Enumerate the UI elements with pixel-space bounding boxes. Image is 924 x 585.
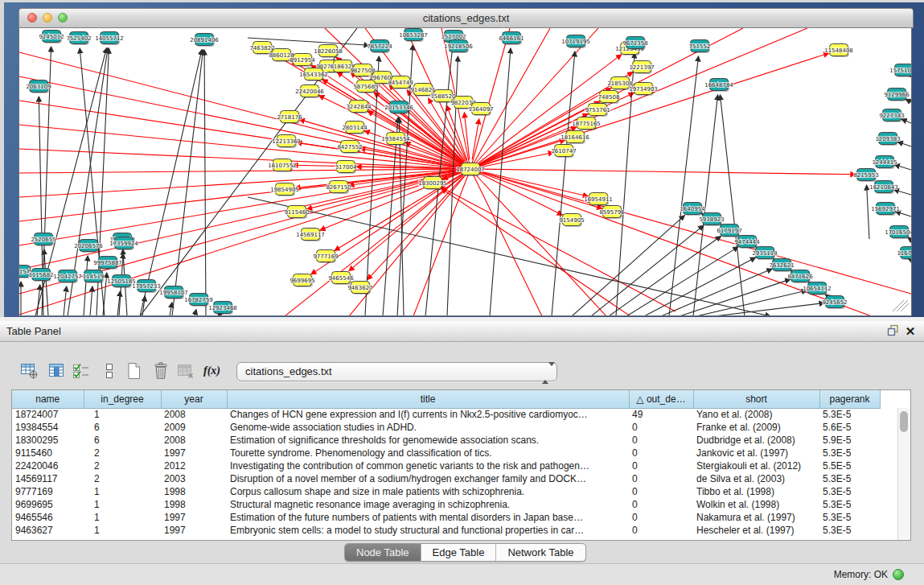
graph-node[interactable]: 8215953 [853, 169, 878, 183]
graph-node[interactable]: 9699695 [290, 274, 314, 288]
graph-node[interactable]: 9465546 [328, 272, 354, 286]
graph-node[interactable]: 20891406 [190, 34, 219, 47]
graph-node[interactable]: 2803144 [342, 122, 368, 135]
column-header-2[interactable]: year [161, 390, 227, 408]
graph-node[interactable]: 8267150 [326, 181, 351, 195]
graph-node[interactable]: 114519 [83, 270, 105, 284]
table-row[interactable]: 2242004622012Investigating the contribut… [12, 459, 880, 472]
graph-node[interactable]: 1167533 [897, 247, 911, 261]
graph-node[interactable]: 15751074 [889, 64, 911, 78]
close-panel-icon[interactable]: ✕ [903, 324, 918, 338]
table-scrollbar[interactable] [897, 408, 910, 540]
graph-node[interactable]: 11548408 [824, 44, 853, 58]
resize-grip-icon[interactable] [893, 300, 909, 311]
graph-node[interactable]: 9474444 [734, 236, 760, 249]
graph-node[interactable]: 6179197 [717, 225, 741, 238]
graph-node[interactable]: 1640954 [680, 203, 705, 216]
graph-node[interactable]: 1209383 [875, 133, 900, 146]
network-window-titlebar[interactable]: citations_edges.txt [18, 8, 914, 28]
column-header-4[interactable]: △ out_de… [629, 390, 693, 408]
graph-node[interactable]: 99975887 [93, 257, 122, 270]
graph-node[interactable]: 8471626 [787, 270, 813, 284]
graph-node[interactable]: 2063109 [26, 80, 51, 94]
graph-node[interactable]: 748508 [598, 91, 620, 105]
memory-status-icon[interactable] [893, 569, 904, 580]
column-visibility-button[interactable] [47, 361, 67, 381]
graph-node[interactable]: 9463627 [347, 282, 372, 295]
graph-node[interactable]: 5938923 [699, 213, 724, 227]
graph-node[interactable]: 9753761 [585, 104, 610, 117]
graph-node[interactable]: 1115682 [28, 269, 53, 282]
graph-node[interactable]: 9227343 [879, 109, 904, 123]
graph-node[interactable]: 5875685 [353, 80, 378, 94]
graph-node[interactable]: 2520655 [31, 233, 55, 247]
graph-node[interactable]: 15692971 [871, 203, 900, 216]
graph-node[interactable]: 10653287 [399, 29, 428, 43]
table-row[interactable]: 911546021997Tourette syndrome. Phenomeno… [12, 447, 880, 459]
graph-node[interactable]: 751552 [689, 40, 711, 54]
citation-network-graph[interactable]: 1872400718300295193845547463822886012889… [19, 28, 911, 315]
import-table-button[interactable] [125, 361, 144, 381]
graph-node[interactable]: 10654112 [803, 282, 832, 296]
graph-node[interactable]: 6466161 [499, 32, 524, 46]
table-row[interactable]: 977716911998Corpus callosum shape and si… [12, 485, 880, 498]
select-all-button[interactable] [72, 361, 91, 381]
graph-node[interactable]: 8427552 [337, 141, 362, 154]
graph-node[interactable]: 16954911 [584, 193, 613, 207]
graph-node[interactable]: 12042757 [53, 270, 82, 284]
network-canvas[interactable]: 1872400718300295193845547463822886012889… [18, 28, 912, 316]
graph-node[interactable]: 2935114 [752, 247, 778, 261]
table-scrollbar-thumb[interactable] [900, 411, 908, 432]
table-row[interactable]: 1456911722003Disruption of a novel membe… [12, 472, 880, 485]
tab-network-table[interactable]: Network Table [496, 544, 585, 561]
graph-node[interactable]: 3242844 [346, 101, 372, 114]
graph-node[interactable]: 18226058 [314, 45, 343, 59]
float-window-icon[interactable] [885, 324, 900, 338]
graph-node[interactable]: 17016504 [885, 226, 911, 240]
graph-node[interactable]: 9115460 [284, 206, 309, 220]
column-header-3[interactable]: title [227, 390, 629, 408]
graph-node[interactable]: 9245012 [39, 31, 64, 44]
tab-edge-table[interactable]: Edge Table [421, 544, 497, 561]
graph-node[interactable]: 2718176 [277, 111, 302, 125]
column-header-6[interactable]: pagerank [819, 390, 880, 408]
graph-node[interactable]: 9129966 [884, 89, 910, 102]
graph-node[interactable]: 18164616 [561, 131, 589, 145]
table-row[interactable]: 1872400712008Changes of HCN gene express… [12, 408, 880, 421]
column-header-0[interactable]: name [12, 390, 84, 408]
function-builder-button[interactable]: f(x) [203, 361, 223, 381]
graph-node[interactable]: 16648784 [704, 79, 733, 93]
column-header-5[interactable]: short [693, 390, 819, 408]
graph-node[interactable]: 16210643 [869, 181, 898, 195]
graph-node[interactable]: 12923468 [208, 302, 237, 315]
table-row[interactable]: 946554611997Estimation of the future num… [12, 511, 880, 524]
clear-selection-button[interactable] [100, 361, 119, 381]
graph-node[interactable]: 10719195 [561, 35, 590, 49]
table-row[interactable]: 969969511998Structural magnetic resonanc… [12, 498, 880, 511]
table-selector[interactable]: citations_edges.txt [236, 362, 557, 381]
table-row[interactable]: 1830029562008Estimation of significance … [12, 434, 880, 447]
column-header-1[interactable]: in_degree [84, 390, 161, 408]
graph-node[interactable]: 317004 [335, 161, 357, 175]
graph-node[interactable]: 9154905 [559, 214, 584, 228]
graph-node[interactable]: 19384554 [381, 133, 410, 146]
delete-table-button[interactable] [151, 361, 170, 381]
graph-node[interactable]: 7525402 [66, 32, 91, 46]
graph-node[interactable]: 9777169 [313, 250, 338, 264]
graph-node[interactable]: 1244415 [872, 156, 897, 170]
graph-node[interactable]: 8595796 [599, 206, 625, 220]
graph-node[interactable]: 7857224 [367, 40, 392, 54]
graph-node[interactable]: 7632621 [769, 259, 794, 273]
graph-node[interactable]: 19854905 [270, 183, 299, 197]
graph-node[interactable]: 12213369 [272, 135, 301, 149]
graph-node[interactable]: 1364097 [468, 103, 493, 117]
tab-node-table[interactable]: Node Table [345, 544, 421, 561]
table-row[interactable]: 1938455462009Genome-wide association stu… [12, 421, 880, 434]
graph-node[interactable]: 1610747 [551, 145, 576, 159]
graph-node[interactable]: 14055712 [95, 32, 124, 46]
table-mode-button[interactable] [20, 361, 39, 381]
graph-node[interactable]: 9245652 [822, 296, 847, 310]
table-row[interactable]: 946362711997Embryonic stem cells: a mode… [12, 524, 880, 537]
graph-node[interactable]: 17957233 [132, 280, 161, 294]
graph-node[interactable]: 8912954 [290, 54, 315, 68]
